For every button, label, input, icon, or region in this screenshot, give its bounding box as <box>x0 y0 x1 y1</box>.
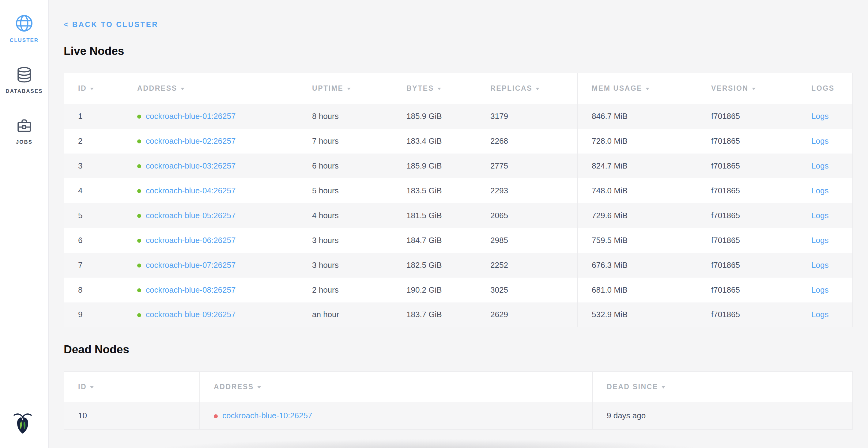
node-version-cell: f701865 <box>697 302 797 327</box>
node-logs-cell: Logs <box>797 302 853 327</box>
node-bytes-cell: 183.4 GiB <box>392 129 476 153</box>
node-id-cell: 6 <box>64 228 123 253</box>
live-status-dot-icon <box>137 214 141 218</box>
column-header-label: LOGS <box>811 84 835 92</box>
node-version-cell: f701865 <box>697 253 797 278</box>
node-bytes-cell: 190.2 GiB <box>392 278 476 302</box>
logs-link[interactable]: Logs <box>811 112 829 121</box>
column-header-replicas[interactable]: REPLICAS <box>476 73 578 104</box>
node-id-cell: 1 <box>64 104 123 129</box>
column-header-address[interactable]: ADDRESS <box>123 73 298 104</box>
node-address-link[interactable]: cockroach-blue-07:26257 <box>146 261 236 270</box>
sidebar-item-jobs[interactable]: JOBS <box>0 117 49 145</box>
logs-link[interactable]: Logs <box>811 137 829 146</box>
node-address-cell: cockroach-blue-09:26257 <box>123 302 298 327</box>
node-uptime-cell: an hour <box>298 302 392 327</box>
logs-link[interactable]: Logs <box>811 236 829 245</box>
node-address-cell: cockroach-blue-03:26257 <box>123 153 298 178</box>
logs-link[interactable]: Logs <box>811 261 829 270</box>
node-address-link[interactable]: cockroach-blue-05:26257 <box>146 211 236 220</box>
node-bytes-cell: 183.7 GiB <box>392 302 476 327</box>
column-header-logs: LOGS <box>797 73 853 104</box>
node-mem-usage-cell: 729.6 MiB <box>578 203 697 228</box>
briefcase-icon <box>16 117 33 136</box>
node-address-cell: cockroach-blue-07:26257 <box>123 253 298 278</box>
live-status-dot-icon <box>137 313 141 317</box>
sidebar-item-label: CLUSTER <box>10 37 39 43</box>
node-version-cell: f701865 <box>697 203 797 228</box>
node-address-link[interactable]: cockroach-blue-06:26257 <box>146 236 236 245</box>
node-address-cell: cockroach-blue-06:26257 <box>123 228 298 253</box>
node-address-link[interactable]: cockroach-blue-10:26257 <box>222 411 312 420</box>
column-header-bytes[interactable]: BYTES <box>392 73 476 104</box>
sidebar-item-databases[interactable]: DATABASES <box>0 66 49 94</box>
node-version-cell: f701865 <box>697 104 797 129</box>
node-uptime-cell: 5 hours <box>298 178 392 203</box>
node-mem-usage-cell: 759.5 MiB <box>578 228 697 253</box>
column-header-version[interactable]: VERSION <box>697 73 797 104</box>
table-row: 4 cockroach-blue-04:26257 5 hours 183.5 … <box>64 178 853 203</box>
sort-arrow-icon <box>437 88 441 90</box>
node-address-link[interactable]: cockroach-blue-03:26257 <box>146 161 236 170</box>
logs-link[interactable]: Logs <box>811 285 829 295</box>
node-uptime-cell: 3 hours <box>298 253 392 278</box>
back-to-cluster-link[interactable]: < BACK TO CLUSTER <box>64 20 158 29</box>
dead-nodes-title: Dead Nodes <box>64 343 868 356</box>
node-uptime-cell: 7 hours <box>298 129 392 153</box>
node-replicas-cell: 2268 <box>476 129 578 153</box>
node-bytes-cell: 185.9 GiB <box>392 153 476 178</box>
logs-link[interactable]: Logs <box>811 186 829 195</box>
node-logs-cell: Logs <box>797 203 853 228</box>
column-header-uptime[interactable]: UPTIME <box>298 73 392 104</box>
node-address-link[interactable]: cockroach-blue-08:26257 <box>146 285 236 295</box>
node-id-cell: 8 <box>64 278 123 302</box>
table-row: 2 cockroach-blue-02:26257 7 hours 183.4 … <box>64 129 853 153</box>
sort-arrow-icon <box>257 386 261 389</box>
logs-link[interactable]: Logs <box>811 310 829 319</box>
column-header-address[interactable]: ADDRESS <box>200 372 593 402</box>
table-row: 9 cockroach-blue-09:26257 an hour 183.7 … <box>64 302 853 327</box>
sort-arrow-icon <box>181 88 184 90</box>
column-header-dead-since[interactable]: DEAD SINCE <box>593 372 853 402</box>
column-header-id[interactable]: ID <box>64 73 123 104</box>
node-logs-cell: Logs <box>797 253 853 278</box>
node-address-cell: cockroach-blue-01:26257 <box>123 104 298 129</box>
table-header-row: ID ADDRESS UPTIME BYTES REPLICAS MEM USA… <box>64 73 853 104</box>
live-status-dot-icon <box>137 140 141 143</box>
sort-arrow-icon <box>90 386 94 389</box>
node-address-cell: cockroach-blue-10:26257 <box>200 402 593 429</box>
table-row: 3 cockroach-blue-03:26257 6 hours 185.9 … <box>64 153 853 178</box>
node-uptime-cell: 6 hours <box>298 153 392 178</box>
node-address-cell: cockroach-blue-02:26257 <box>123 129 298 153</box>
node-address-link[interactable]: cockroach-blue-01:26257 <box>146 112 236 121</box>
column-header-label: VERSION <box>711 84 749 92</box>
column-header-id[interactable]: ID <box>64 372 200 402</box>
table-header-row: ID ADDRESS DEAD SINCE <box>64 372 853 402</box>
node-bytes-cell: 181.5 GiB <box>392 203 476 228</box>
column-header-mem-usage[interactable]: MEM USAGE <box>578 73 697 104</box>
node-address-link[interactable]: cockroach-blue-02:26257 <box>146 137 236 146</box>
logs-link[interactable]: Logs <box>811 161 829 170</box>
node-id-cell: 2 <box>64 129 123 153</box>
sidebar-item-cluster[interactable]: CLUSTER <box>0 14 49 43</box>
column-header-label: ADDRESS <box>214 383 254 391</box>
column-header-label: ID <box>78 84 87 92</box>
node-uptime-cell: 2 hours <box>298 278 392 302</box>
live-status-dot-icon <box>137 264 141 268</box>
logs-link[interactable]: Logs <box>811 211 829 220</box>
node-replicas-cell: 3025 <box>476 278 578 302</box>
column-header-label: BYTES <box>406 84 434 92</box>
sort-arrow-icon <box>752 88 755 90</box>
node-replicas-cell: 2629 <box>476 302 578 327</box>
node-address-link[interactable]: cockroach-blue-04:26257 <box>146 186 236 195</box>
node-id-cell: 4 <box>64 178 123 203</box>
sort-arrow-icon <box>536 88 539 90</box>
node-bytes-cell: 185.9 GiB <box>392 104 476 129</box>
node-address-cell: cockroach-blue-04:26257 <box>123 178 298 203</box>
node-id-cell: 3 <box>64 153 123 178</box>
node-version-cell: f701865 <box>697 129 797 153</box>
node-address-link[interactable]: cockroach-blue-09:26257 <box>146 310 236 319</box>
live-status-dot-icon <box>137 164 141 168</box>
node-mem-usage-cell: 532.9 MiB <box>578 302 697 327</box>
dead-status-dot-icon <box>214 414 218 418</box>
